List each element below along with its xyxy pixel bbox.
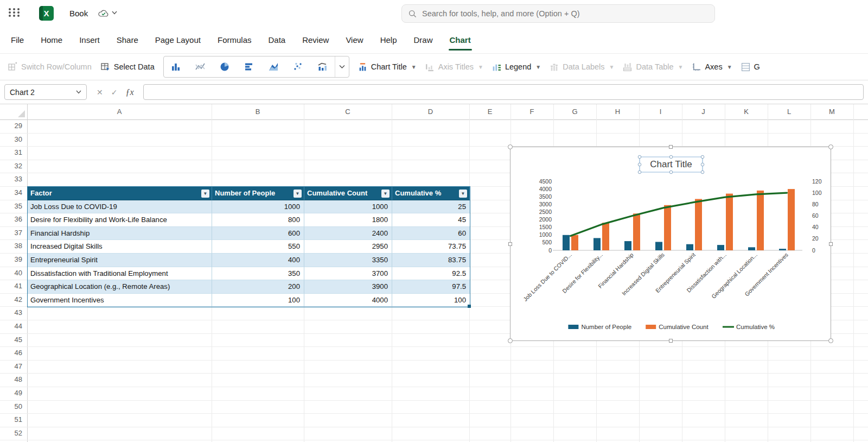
chart-legend[interactable]: Number of PeopleCumulative CountCumulati…	[568, 324, 775, 330]
filter-button[interactable]: ▾	[293, 190, 302, 198]
column-header-L[interactable]: L	[768, 104, 810, 119]
table-cell[interactable]: 600	[212, 227, 304, 241]
table-cell[interactable]: 1000	[304, 200, 392, 214]
row-header-38[interactable]: 38	[0, 239, 27, 253]
row-header-31[interactable]: 31	[0, 146, 27, 160]
row-header-34[interactable]: 34	[0, 186, 27, 200]
table-cell[interactable]: 60	[392, 227, 470, 241]
confirm-entry-icon[interactable]: ✓	[111, 88, 118, 97]
excel-logo-icon[interactable]: X	[39, 6, 54, 21]
table-cell[interactable]: Government Incentives	[28, 294, 212, 307]
table-cell[interactable]: 4000	[304, 294, 392, 307]
bar-series-0[interactable]	[563, 235, 786, 250]
cancel-entry-icon[interactable]: ✕	[97, 88, 103, 97]
table-cell[interactable]: Desire for Flexibility and Work-Life Bal…	[28, 213, 212, 227]
menu-tab-chart[interactable]: Chart	[450, 27, 471, 53]
select-all-corner[interactable]	[0, 104, 27, 119]
search-bar[interactable]: Search for tools, help, and more (Option…	[401, 4, 715, 23]
column-header-E[interactable]: E	[469, 104, 510, 119]
chart-resize-handle-w[interactable]	[508, 242, 512, 246]
more-chart-types-button[interactable]	[335, 56, 349, 77]
row-header-52[interactable]: 52	[0, 427, 27, 440]
gridlines-button-partial[interactable]: G	[741, 62, 760, 72]
formula-input[interactable]	[143, 84, 864, 100]
column-header-G[interactable]: G	[553, 104, 596, 119]
table-cell[interactable]: 3700	[304, 267, 392, 281]
pie-chart-type-button[interactable]	[213, 56, 237, 77]
row-header-35[interactable]: 35	[0, 200, 27, 213]
filter-button[interactable]: ▾	[459, 190, 467, 198]
table-header-cell[interactable]: Cumulative Count▾	[304, 187, 392, 200]
column-header-partial[interactable]	[853, 104, 868, 119]
column-header-F[interactable]: F	[510, 104, 553, 119]
insert-function-icon[interactable]: ƒx	[125, 87, 133, 97]
row-header-51[interactable]: 51	[0, 413, 27, 427]
column-header-H[interactable]: H	[596, 104, 639, 119]
table-cell[interactable]: Entrepreneurial Spirit	[28, 254, 212, 267]
table-header-cell[interactable]: Factor▾	[28, 187, 212, 200]
combo-chart-type-button[interactable]	[310, 56, 335, 77]
menu-tab-data[interactable]: Data	[269, 27, 286, 53]
column-header-I[interactable]: I	[639, 104, 682, 119]
table-cell[interactable]: 800	[212, 213, 304, 227]
table-resize-handle[interactable]	[468, 305, 471, 308]
menu-tab-review[interactable]: Review	[302, 27, 329, 53]
row-header-29[interactable]: 29	[0, 119, 27, 133]
select-data-button[interactable]: Select Data	[100, 62, 155, 72]
switch-row-column-button[interactable]: Switch Row/Column	[8, 62, 92, 72]
row-header-44[interactable]: 44	[0, 320, 27, 333]
chart-resize-handle-e[interactable]	[829, 242, 833, 246]
axis-titles-button[interactable]: Axis Titles ▼	[425, 62, 483, 72]
row-header-30[interactable]: 30	[0, 133, 27, 147]
row-header-41[interactable]: 41	[0, 280, 27, 293]
row-header-36[interactable]: 36	[0, 213, 27, 226]
column-header-K[interactable]: K	[725, 104, 768, 119]
area-chart-type-button[interactable]	[261, 56, 286, 77]
table-cell[interactable]: 3350	[304, 254, 392, 267]
table-cell[interactable]: 2950	[304, 240, 392, 254]
row-header-43[interactable]: 43	[0, 306, 27, 320]
line-chart-type-button[interactable]	[188, 56, 213, 77]
filter-button[interactable]: ▾	[381, 190, 390, 198]
axes-button[interactable]: Axes ▼	[692, 62, 732, 72]
data-labels-button[interactable]: Data Labels ▼	[550, 62, 614, 72]
row-header-32[interactable]: 32	[0, 160, 27, 173]
table-cell[interactable]: 550	[212, 240, 304, 254]
bar-chart-type-button[interactable]	[237, 56, 261, 77]
row-header-42[interactable]: 42	[0, 293, 27, 307]
table-cell[interactable]: 25	[392, 200, 470, 214]
table-cell[interactable]: 83.75	[392, 254, 470, 267]
column-header-M[interactable]: M	[810, 104, 853, 119]
menu-tab-share[interactable]: Share	[117, 27, 138, 53]
table-cell[interactable]: Geographical Location (e.g., Remote Area…	[28, 280, 212, 294]
table-cell[interactable]: 45	[392, 213, 470, 227]
table-header-cell[interactable]: Number of People▾	[212, 187, 304, 200]
table-cell[interactable]: 92.5	[392, 267, 470, 281]
row-header-46[interactable]: 46	[0, 346, 27, 360]
menu-tab-view[interactable]: View	[346, 27, 363, 53]
chart-object[interactable]: Chart Title05001000150020002500300035004…	[510, 147, 831, 341]
menu-tab-page-layout[interactable]: Page Layout	[155, 27, 201, 53]
menu-tab-home[interactable]: Home	[41, 27, 62, 53]
app-launcher-icon[interactable]	[9, 8, 21, 17]
column-header-A[interactable]: A	[27, 104, 212, 119]
table-cell[interactable]: 350	[212, 267, 304, 281]
table-header-cell[interactable]: Cumulative %▾	[392, 187, 470, 200]
row-header-33[interactable]: 33	[0, 173, 27, 186]
table-cell[interactable]: 1000	[212, 200, 304, 214]
chart-resize-handle-nw[interactable]	[508, 144, 513, 149]
column-chart-type-button[interactable]	[164, 56, 188, 77]
row-header-47[interactable]: 47	[0, 360, 27, 374]
row-header-49[interactable]: 49	[0, 387, 27, 400]
table-cell[interactable]: 73.75	[392, 240, 470, 254]
menu-tab-file[interactable]: File	[11, 27, 24, 53]
chart-title-button[interactable]: Chart Title ▼	[358, 62, 417, 72]
row-header-45[interactable]: 45	[0, 333, 27, 347]
filter-button[interactable]: ▾	[201, 190, 209, 198]
menu-tab-draw[interactable]: Draw	[413, 27, 432, 53]
table-cell[interactable]: 100	[212, 294, 304, 307]
chart-resize-handle-sw[interactable]	[508, 338, 513, 343]
table-cell[interactable]: Dissatisfaction with Traditional Employm…	[28, 267, 212, 281]
table-cell[interactable]: 97.5	[392, 280, 470, 294]
legend-button[interactable]: Legend ▼	[492, 62, 541, 72]
